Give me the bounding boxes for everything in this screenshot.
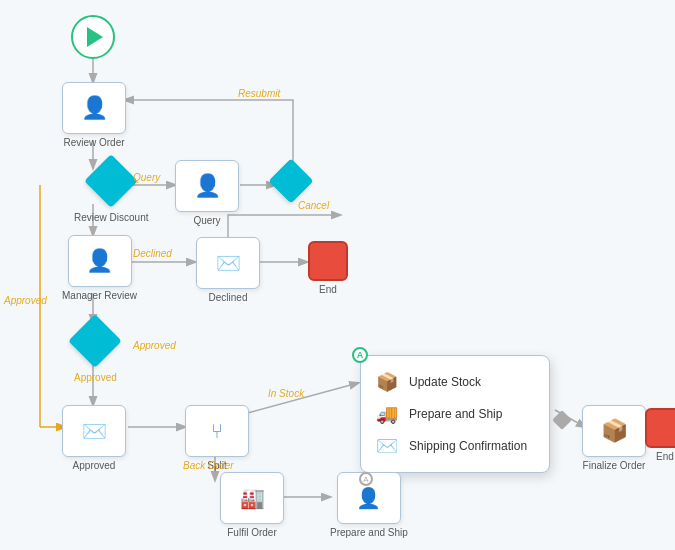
review-discount-label: Review Discount [74,212,148,223]
fulfil-order-box[interactable]: 🏭 [220,472,284,524]
query-icon: 👤 [194,173,221,199]
query-node[interactable]: 👤 Query [175,160,239,226]
shipping-confirm-icon: ✉️ [375,435,399,457]
back-order-label: Back Order [183,460,234,471]
subprocess-marker-bottom: A [359,472,373,486]
query-label: Query [133,172,160,183]
resubmit-label: Resubmit [238,88,280,99]
declined-mail-node[interactable]: ✉️ Declined [196,237,260,303]
declined-mail-label: Declined [209,292,248,303]
approved-mail-box[interactable]: ✉️ [62,405,126,457]
review-order-node[interactable]: 👤 Review Order [62,82,126,148]
finalize-order-box[interactable]: 📦 [582,405,646,457]
popup-row-update-stock[interactable]: 📦 Update Stock [375,366,535,398]
in-stock-label: In Stock [268,388,304,399]
manager-review-box[interactable]: 👤 [68,235,132,287]
end2-node[interactable]: End [645,408,675,462]
end1-label: End [319,284,337,295]
approved2-label: Approved [133,340,176,351]
cancel-label: Cancel [298,200,329,211]
approved-mail-node[interactable]: ✉️ Approved [62,405,126,471]
prepare-ship-icon: 🚚 [375,403,399,425]
approved1-label: Approved [4,295,47,306]
query-label: Query [193,215,220,226]
manager-review-icon: 👤 [86,248,113,274]
end1-node[interactable]: End [308,241,348,295]
review-order-box[interactable]: 👤 [62,82,126,134]
finalize-order-node[interactable]: 📦 Finalize Order [582,405,646,471]
review-discount-diamond[interactable] [84,154,138,208]
manager-review-node[interactable]: 👤 Manager Review [62,235,137,301]
end1-box[interactable] [308,241,348,281]
prepare-ship-label: Prepare and Ship [409,407,502,421]
after-popup-diamond [552,410,572,430]
approved-mail-icon: ✉️ [82,419,107,443]
popup-marker: A [352,347,368,363]
prepare-ship-bottom-icon: 👤 [356,486,381,510]
declined-mail-icon: ✉️ [216,251,241,275]
start-node[interactable] [71,15,115,59]
start-circle[interactable] [71,15,115,59]
update-stock-icon: 📦 [375,371,399,393]
end2-box[interactable] [645,408,675,448]
query-diamond[interactable] [268,158,313,203]
declined-mail-box[interactable]: ✉️ [196,237,260,289]
update-stock-label: Update Stock [409,375,481,389]
fulfil-order-node[interactable]: 🏭 Fulfil Order [220,472,284,538]
split-icon: ⑂ [211,420,223,443]
end2-label: End [656,451,674,462]
fulfil-order-icon: 🏭 [240,486,265,510]
finalize-order-icon: 📦 [601,418,628,444]
finalize-order-label: Finalize Order [583,460,646,471]
after-popup-diamond-node [555,413,569,427]
query-box[interactable]: 👤 [175,160,239,212]
popup-row-prepare-ship[interactable]: 🚚 Prepare and Ship [375,398,535,430]
approved-diamond[interactable] [69,314,123,368]
review-order-label: Review Order [63,137,124,148]
popup-box: A 📦 Update Stock 🚚 Prepare and Ship ✉️ S… [360,355,550,473]
prepare-ship-bottom-label: Prepare and Ship [330,527,408,538]
shipping-confirm-label: Shipping Confirmation [409,439,527,453]
approved-diamond-label: Approved [74,372,117,383]
play-icon [87,27,103,47]
review-order-icon: 👤 [81,95,108,121]
manager-review-label: Manager Review [62,290,137,301]
approved-diamond-node[interactable]: Approved [74,322,117,383]
flow-canvas: 👤 Review Order Review Discount 👤 Query 👤… [0,0,675,550]
split-box[interactable]: ⑂ [185,405,249,457]
approved-mail-label: Approved [73,460,116,471]
popup-row-shipping-confirm[interactable]: ✉️ Shipping Confirmation [375,430,535,462]
fulfil-order-label: Fulfil Order [227,527,276,538]
declined1-label: Declined [133,248,172,259]
query-diamond-node[interactable] [275,165,307,197]
